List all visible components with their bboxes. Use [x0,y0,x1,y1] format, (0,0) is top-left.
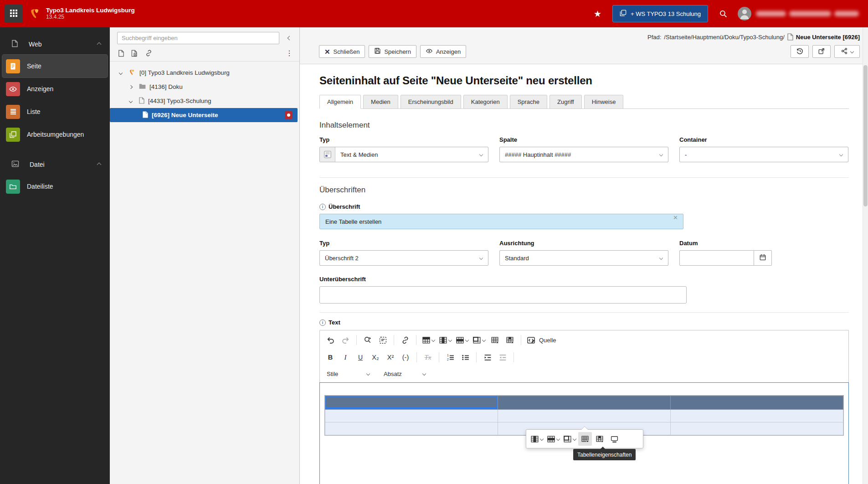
redo-icon[interactable] [339,333,352,347]
open-in-new-window-button[interactable] [812,45,831,58]
sidebar-item-anzeigen[interactable]: Anzeigen [2,77,108,100]
merge-cells-icon[interactable] [562,432,577,446]
datum-input[interactable] [679,250,754,266]
select-all-icon[interactable] [376,333,390,347]
tree-node-doku[interactable]: [4136] Doku [110,80,299,94]
path-label: Pfad: [647,34,661,41]
sidebar-item-liste[interactable]: Liste [2,100,108,123]
underline-icon[interactable]: U [354,350,367,364]
column-icon[interactable] [529,432,544,446]
user-menu[interactable] [738,7,859,21]
table-cell[interactable] [325,410,498,422]
filelist-module-icon [6,180,20,194]
tab-sprache[interactable]: Sprache [510,95,547,109]
sidebar-item-label: Arbeitsumgebungen [27,131,84,138]
workspace-button[interactable]: + WS TYPO3 13 Schulung [612,5,708,22]
user-avatar-icon [738,7,751,21]
container-select[interactable]: - [679,147,848,162]
save-button[interactable]: Speichern [369,45,416,58]
subscript-icon[interactable]: X₂ [369,350,382,364]
sidebar-item-dateiliste[interactable]: Dateiliste [2,175,108,198]
find-replace-icon[interactable] [361,333,375,347]
ueberschrift-typ-select[interactable]: Überschrift 2 [319,250,488,266]
ueberschrift-typ-label: Typ [319,240,488,247]
tab-kategorien[interactable]: Kategorien [463,95,508,109]
spalte-select[interactable]: ##### Hauptinhalt ##### [499,147,668,162]
search-icon[interactable] [719,10,728,18]
remove-format-icon[interactable]: Tx [421,350,435,364]
table-properties-icon[interactable] [578,432,592,446]
stop-edit-icon[interactable] [285,111,293,119]
tree-node-root[interactable]: [0] Typo3 Landkreis Ludwigsburg [110,66,299,80]
tab-medien[interactable]: Medien [363,95,398,109]
typ-label: Typ [319,136,488,143]
unterueberschrift-input[interactable] [319,286,687,304]
merge-cells-icon[interactable] [471,333,487,347]
paragraph-format-dropdown[interactable]: Absatz [380,367,429,381]
table-header-cell[interactable] [325,396,498,410]
new-page-icon[interactable] [118,50,124,57]
table-header-cell[interactable] [671,396,843,410]
svg-text:2: 2 [447,357,449,360]
ueberschrift-input[interactable] [319,214,683,229]
table-cell[interactable] [498,410,671,422]
tab-allgemein[interactable]: Allgemein [319,95,361,109]
typo3-logo-icon [129,69,136,77]
table-properties-icon[interactable] [488,333,502,347]
toggle-caption-icon[interactable] [607,432,621,446]
styles-dropdown[interactable]: Stile [324,367,373,381]
sidebar-item-seite[interactable]: Seite [2,55,108,77]
link-icon[interactable] [145,49,153,57]
history-button[interactable] [791,45,809,58]
sidebar-item-label: Dateiliste [27,183,53,190]
column-icon[interactable] [437,333,453,347]
close-button[interactable]: ✕ Schließen [319,45,365,58]
content-area: Seiteninhalt auf Seite "Neue Unterseite"… [300,65,868,484]
source-icon[interactable]: Quelle [525,333,558,347]
page-icon [143,111,148,119]
superscript-icon[interactable]: X² [384,350,397,364]
module-menu-toggle-button[interactable] [5,5,23,23]
new-page-position-icon[interactable] [131,50,138,57]
scrollbar-thumb[interactable] [863,65,868,206]
sidebar-item-arbeitsumgebungen[interactable]: Arbeitsumgebungen [2,123,108,146]
undo-icon[interactable] [324,333,337,347]
share-button[interactable] [834,45,860,58]
tab-erscheinungsbild[interactable]: Erscheinungsbild [401,95,461,109]
bold-icon[interactable]: B [324,350,337,364]
pagetree-search-input[interactable] [117,32,279,44]
table-cell[interactable] [671,422,843,435]
cell-properties-icon[interactable] [503,333,517,347]
view-button[interactable]: Anzeigen [420,45,466,58]
typ-select[interactable]: Text & Medien [319,147,488,162]
row-icon[interactable] [454,333,470,347]
bookmark-star-icon[interactable]: ★ [594,9,601,19]
page-icon [139,97,144,105]
table-header-cell[interactable] [498,396,671,410]
numbered-list-icon[interactable]: 12 [443,350,457,364]
ausrichtung-select[interactable]: Standard [499,250,668,266]
vertical-scrollbar[interactable] [863,27,868,484]
sidebar-section-datei[interactable]: Datei [0,154,110,175]
link-icon[interactable] [398,333,412,347]
row-icon[interactable] [545,432,561,446]
tree-node-typo3-schulung[interactable]: [4433] Typo3-Schulung [110,94,299,108]
datepicker-button[interactable] [754,250,772,266]
pagetree-more-icon[interactable]: ⋮ [286,50,293,57]
sidebar-section-web[interactable]: Web [0,34,110,55]
collapse-pagetree-icon[interactable] [286,35,293,41]
bulleted-list-icon[interactable] [458,350,472,364]
table-cell[interactable] [671,410,843,422]
soft-hyphen-icon[interactable]: (-) [399,350,412,364]
insert-table-icon[interactable] [421,333,436,347]
cell-properties-icon[interactable] [593,432,606,446]
tree-node-neue-unterseite[interactable]: [6926] Neue Unterseite [110,108,298,122]
tab-hinweise[interactable]: Hinweise [584,95,624,109]
grid-icon [9,9,18,19]
indent-icon[interactable] [481,350,494,364]
outdent-icon[interactable] [496,350,509,364]
current-page-ref: Neue Unterseite [6926] [796,34,860,41]
italic-icon[interactable]: I [339,350,352,364]
tab-zugriff[interactable]: Zugriff [550,95,582,109]
table-cell[interactable] [325,422,498,435]
